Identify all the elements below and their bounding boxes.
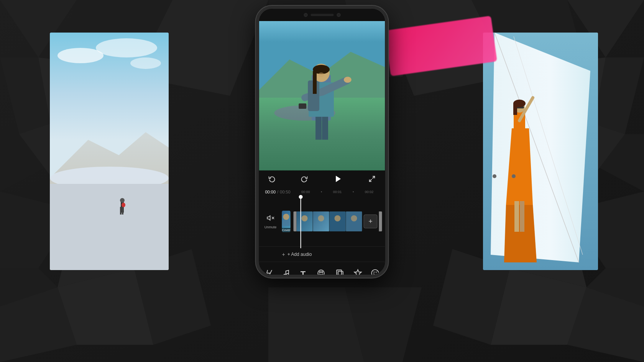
svg-line-92 bbox=[269, 270, 272, 275]
edit-icon bbox=[265, 269, 273, 275]
time-mark-dot1: • bbox=[321, 190, 322, 194]
stickers-icon bbox=[317, 269, 325, 275]
svg-point-34 bbox=[130, 57, 161, 69]
time-mark-0: 00:00 bbox=[301, 190, 310, 194]
current-time: 00:00 bbox=[265, 190, 276, 194]
unmute-label: Unmute bbox=[264, 225, 277, 229]
svg-marker-101 bbox=[355, 270, 361, 275]
svg-point-42 bbox=[122, 203, 125, 207]
time-mark-2: 00:02 bbox=[365, 190, 374, 194]
svg-line-91 bbox=[266, 270, 268, 275]
time-mark-dot2: • bbox=[353, 190, 354, 194]
video-preview bbox=[259, 21, 385, 170]
clip-frame-3 bbox=[330, 211, 346, 231]
svg-point-81 bbox=[283, 214, 289, 220]
svg-rect-71 bbox=[315, 117, 322, 140]
unmute-icon bbox=[267, 214, 274, 224]
svg-rect-56 bbox=[513, 103, 517, 115]
tool-overlay[interactable]: Overlay bbox=[331, 267, 349, 275]
cover-thumbnail[interactable]: Cover bbox=[282, 211, 291, 232]
svg-rect-72 bbox=[322, 117, 328, 140]
svg-rect-70 bbox=[299, 103, 306, 109]
total-time: 00:50 bbox=[280, 190, 291, 194]
bottom-toolbar: Edit Audio T Text bbox=[259, 262, 385, 275]
playhead bbox=[301, 197, 301, 248]
svg-point-96 bbox=[318, 270, 324, 275]
time-separator: / bbox=[277, 190, 278, 194]
timeline-header: 00:00 / 00:50 00:00 • 00:01 • 00:02 bbox=[259, 187, 385, 197]
svg-point-88 bbox=[335, 215, 341, 221]
effects-icon bbox=[354, 269, 362, 275]
clip-frame-2 bbox=[313, 211, 329, 231]
svg-point-33 bbox=[96, 38, 157, 57]
svg-point-39 bbox=[120, 198, 125, 203]
right-photo bbox=[483, 33, 598, 270]
timeline-area: Unmute Cover bbox=[259, 197, 385, 246]
svg-rect-40 bbox=[120, 207, 122, 215]
phone-body: 00:00 / 00:50 00:00 • 00:01 • 00:02 bbox=[256, 6, 388, 278]
time-mark-1: 00:01 bbox=[333, 190, 342, 194]
tool-audio[interactable]: Audio bbox=[278, 267, 294, 275]
svg-point-90 bbox=[351, 215, 357, 221]
svg-rect-100 bbox=[338, 271, 343, 275]
svg-point-69 bbox=[344, 77, 352, 83]
svg-point-73 bbox=[318, 72, 324, 77]
svg-rect-37 bbox=[50, 184, 169, 270]
svg-rect-41 bbox=[122, 207, 123, 215]
speaker bbox=[310, 14, 334, 16]
phone-container: 00:00 / 00:50 00:00 • 00:01 • 00:02 bbox=[252, 0, 392, 362]
svg-point-86 bbox=[318, 215, 324, 221]
overlay-icon bbox=[336, 269, 344, 275]
audio-icon bbox=[282, 269, 290, 275]
tool-edit[interactable]: Edit bbox=[261, 267, 277, 275]
clip-bracket-left bbox=[294, 211, 297, 231]
clip-frame-1 bbox=[297, 211, 313, 231]
dot-right bbox=[512, 174, 516, 178]
front-camera bbox=[304, 13, 307, 17]
add-audio-button[interactable]: + + Add audio bbox=[282, 251, 312, 257]
svg-rect-82 bbox=[283, 220, 290, 226]
svg-point-97 bbox=[319, 272, 320, 273]
unmute-button[interactable]: Unmute bbox=[262, 214, 279, 229]
clip-strip[interactable] bbox=[297, 211, 362, 231]
tool-text[interactable]: T Text bbox=[295, 268, 311, 275]
tool-stickers[interactable]: Stickers bbox=[312, 267, 330, 275]
svg-rect-99 bbox=[337, 270, 342, 275]
svg-point-32 bbox=[58, 48, 104, 63]
fullscreen-button[interactable] bbox=[366, 174, 377, 184]
tool-filter[interactable]: Filter bbox=[367, 267, 383, 275]
svg-rect-52 bbox=[514, 201, 519, 232]
svg-point-98 bbox=[322, 272, 323, 273]
text-icon: T bbox=[301, 269, 306, 275]
redo-button[interactable] bbox=[299, 174, 310, 184]
add-audio-label: + Add audio bbox=[288, 252, 312, 257]
svg-marker-77 bbox=[267, 216, 270, 220]
add-icon: + bbox=[282, 251, 285, 257]
svg-rect-53 bbox=[520, 201, 524, 232]
cover-label: Cover bbox=[282, 228, 291, 232]
sensor bbox=[337, 13, 340, 17]
svg-point-84 bbox=[302, 215, 308, 221]
svg-rect-67 bbox=[313, 71, 317, 94]
play-button[interactable] bbox=[331, 172, 345, 186]
phone-top-bar bbox=[259, 9, 385, 21]
controls-bar bbox=[259, 170, 385, 187]
clip-bracket-right bbox=[379, 211, 382, 231]
filter-icon bbox=[371, 269, 379, 275]
add-audio-row: + + Add audio bbox=[259, 246, 385, 262]
left-photo bbox=[50, 33, 169, 270]
clip-frame-4 bbox=[346, 211, 362, 231]
add-clip-button[interactable]: + bbox=[364, 215, 378, 228]
svg-marker-74 bbox=[336, 176, 341, 182]
undo-button[interactable] bbox=[267, 174, 278, 184]
tool-effects[interactable]: Effects bbox=[350, 267, 366, 275]
dot-left bbox=[493, 174, 496, 178]
svg-point-102 bbox=[371, 270, 378, 275]
